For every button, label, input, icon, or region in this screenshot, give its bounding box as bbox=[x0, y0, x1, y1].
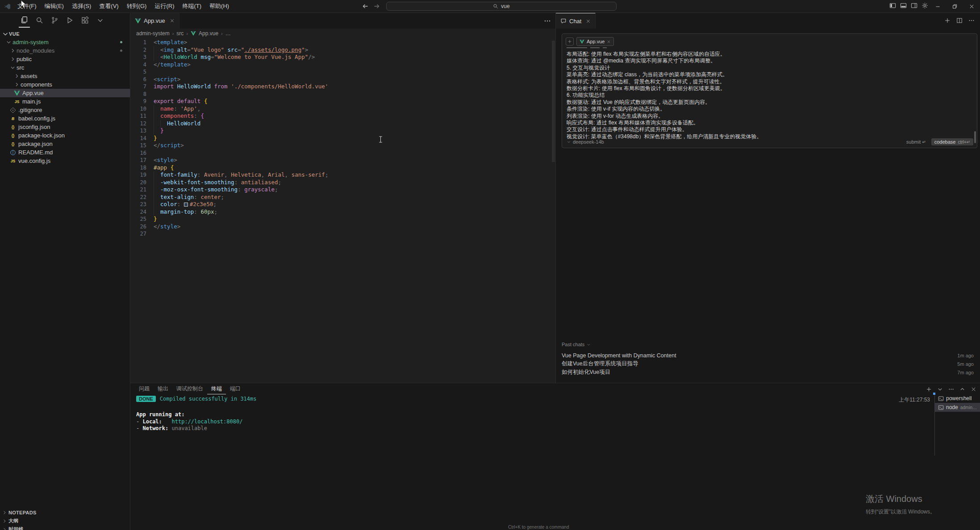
breadcrumb-item[interactable]: App.vue bbox=[199, 30, 218, 37]
explorer-root[interactable]: VUE bbox=[0, 29, 130, 38]
tree-item-assets[interactable]: assets bbox=[0, 72, 130, 80]
menu-item-3[interactable]: 查看(V) bbox=[95, 0, 122, 12]
code-token: msg bbox=[200, 54, 211, 60]
code-token: center bbox=[200, 194, 221, 200]
menu-item-0[interactable]: 文件(F) bbox=[13, 0, 41, 12]
breadcrumb-separator: › bbox=[172, 31, 174, 36]
color-swatch bbox=[184, 203, 188, 207]
sidebar-section-0[interactable]: NOTEPADS bbox=[0, 508, 130, 517]
breadcrumb-item[interactable]: src bbox=[176, 30, 183, 37]
tree-item-label: components bbox=[21, 81, 52, 88]
activity-run-debug[interactable] bbox=[64, 13, 75, 28]
terminal-output[interactable]: App running at:- Local: http://localhost… bbox=[136, 411, 242, 432]
breadcrumb-item[interactable]: admin-system bbox=[136, 30, 170, 37]
tree-item-readme-md[interactable]: README.md bbox=[0, 148, 130, 157]
json-icon: {} bbox=[10, 124, 16, 130]
close-icon[interactable] bbox=[170, 18, 175, 23]
tree-item-src[interactable]: src bbox=[0, 63, 130, 72]
terminal-token: unavailable bbox=[171, 425, 207, 431]
panel-right-button[interactable] bbox=[911, 2, 917, 11]
tree-item-public[interactable]: public bbox=[0, 55, 130, 63]
tab-app-vue[interactable]: App.vue bbox=[130, 13, 179, 29]
terminal-instance-powershell[interactable]: powershell bbox=[935, 394, 980, 403]
tree-item-package-json[interactable]: {}package.json bbox=[0, 140, 130, 148]
breadcrumb-separator: › bbox=[186, 31, 188, 36]
panel-tab-1[interactable]: 输出 bbox=[154, 383, 172, 394]
tree-item-app-vue[interactable]: App.vue bbox=[0, 89, 130, 97]
sidebar-section-1[interactable]: 大纲 bbox=[0, 517, 130, 525]
tree-item-components[interactable]: components bbox=[0, 80, 130, 89]
line-number: 13 bbox=[130, 127, 146, 135]
menu-item-7[interactable]: 帮助(H) bbox=[205, 0, 233, 12]
codebase-button[interactable]: codebasectrl+↵ bbox=[931, 138, 973, 145]
code-token: , bbox=[224, 171, 228, 178]
panel-tab-2[interactable]: 调试控制台 bbox=[172, 383, 207, 394]
panel-plus-button[interactable] bbox=[926, 386, 932, 394]
panel-tab-0[interactable]: 问题 bbox=[135, 383, 154, 394]
breadcrumb[interactable]: admin-system›src›App.vue›… bbox=[130, 29, 555, 38]
chat-plus-button[interactable] bbox=[944, 17, 951, 25]
chat-split-button[interactable] bbox=[956, 17, 963, 25]
tab-chat[interactable]: Chat bbox=[556, 13, 596, 29]
model-selector[interactable]: deepseek-14b bbox=[567, 139, 604, 145]
tree-item-node-modules[interactable]: node_modules bbox=[0, 46, 130, 55]
code-line: 22 text-align: center; bbox=[130, 194, 555, 201]
editor-tab-bar: App.vue bbox=[130, 13, 555, 29]
menu-item-5[interactable]: 运行(R) bbox=[150, 0, 178, 12]
code-area[interactable]: 1<template>2 <img alt="Vue logo" src="./… bbox=[130, 39, 555, 383]
line-number: 18 bbox=[130, 164, 146, 172]
past-chats-header[interactable]: Past chats bbox=[562, 342, 974, 347]
close-icon[interactable] bbox=[586, 19, 591, 24]
breadcrumb-item[interactable]: … bbox=[225, 30, 231, 37]
gear-button[interactable] bbox=[922, 2, 928, 11]
activity-source-control[interactable] bbox=[49, 13, 60, 28]
chat-more-button[interactable] bbox=[968, 17, 975, 25]
back-arrow-icon[interactable] bbox=[362, 3, 369, 10]
indent-guide bbox=[154, 112, 160, 120]
context-chip-app-vue[interactable]: App.vue bbox=[576, 37, 614, 46]
panel-bottom-button[interactable] bbox=[900, 2, 907, 11]
tree-item-package-lock-json[interactable]: {}package-lock.json bbox=[0, 131, 130, 140]
activity-explorer[interactable] bbox=[19, 13, 30, 28]
tree-item-babel-config-js[interactable]: Bbabel.config.js bbox=[0, 114, 130, 123]
section-label: 时间线 bbox=[8, 526, 24, 530]
vue-icon bbox=[580, 39, 584, 44]
code-token: < bbox=[160, 54, 164, 60]
minimize-button[interactable] bbox=[929, 0, 946, 12]
past-chat-item[interactable]: Vue Page Development with Dynamic Conten… bbox=[562, 351, 974, 360]
code-token: -moz-osx-font-smoothing bbox=[160, 186, 238, 193]
tree-item--gitignore[interactable]: .gitignore bbox=[0, 106, 130, 114]
tree-item-admin-system[interactable]: admin-system bbox=[0, 38, 130, 46]
panel-tab-4[interactable]: 端口 bbox=[226, 383, 245, 394]
editor-scrollbar[interactable] bbox=[552, 41, 555, 162]
activity-search[interactable] bbox=[34, 13, 45, 28]
line-number: 6 bbox=[130, 76, 146, 83]
menu-item-4[interactable]: 转到(G) bbox=[123, 0, 151, 12]
close-icon[interactable] bbox=[607, 40, 611, 44]
tree-item-vue-config-js[interactable]: JSvue.config.js bbox=[0, 157, 130, 165]
panel-tab-3[interactable]: 终端 bbox=[207, 383, 226, 394]
activity-more-views[interactable] bbox=[95, 13, 106, 28]
panel-left-button[interactable] bbox=[889, 2, 896, 11]
code-line: 4</template> bbox=[130, 61, 555, 69]
code-token: < bbox=[154, 76, 157, 83]
add-context-button[interactable] bbox=[566, 37, 574, 46]
terminal-instance-node[interactable]: nodeadmin… bbox=[935, 403, 980, 412]
command-center-search[interactable]: vue bbox=[386, 2, 617, 11]
submit-button[interactable]: submit ↵ bbox=[906, 139, 926, 145]
forward-arrow-icon[interactable] bbox=[373, 3, 380, 10]
close-button[interactable] bbox=[963, 0, 980, 12]
activity-extensions[interactable] bbox=[79, 13, 91, 28]
tree-item-main-js[interactable]: JSmain.js bbox=[0, 97, 130, 106]
menu-item-2[interactable]: 选择(S) bbox=[68, 0, 95, 12]
tree-item-jsconfig-json[interactable]: {}jsconfig.json bbox=[0, 123, 130, 131]
past-chat-item[interactable]: 创建Vue后台管理系统项目指导5m ago bbox=[562, 360, 974, 368]
menu-item-6[interactable]: 终端(T) bbox=[178, 0, 205, 12]
menu-item-1[interactable]: 编辑(E) bbox=[41, 0, 68, 12]
chevron-down-icon bbox=[937, 386, 943, 392]
restore-button[interactable] bbox=[946, 0, 963, 12]
past-chat-item[interactable]: 如何初始化Vue项目7m ago bbox=[562, 368, 974, 377]
editor-actions-more-icon[interactable] bbox=[544, 17, 551, 25]
chat-card-scrollbar[interactable] bbox=[974, 131, 976, 143]
sidebar-section-2[interactable]: 时间线 bbox=[0, 525, 130, 530]
